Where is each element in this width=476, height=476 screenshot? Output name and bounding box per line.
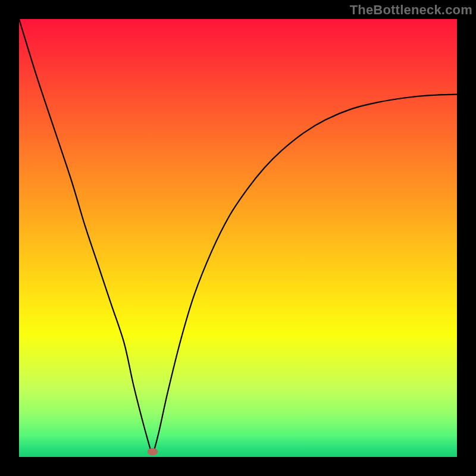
bottleneck-curve xyxy=(19,19,457,453)
watermark-text: TheBottleneck.com xyxy=(350,2,472,18)
plot-area xyxy=(19,19,457,457)
chart-stage: TheBottleneck.com xyxy=(0,0,476,476)
optimum-marker xyxy=(148,448,158,456)
plot-svg xyxy=(19,19,457,457)
